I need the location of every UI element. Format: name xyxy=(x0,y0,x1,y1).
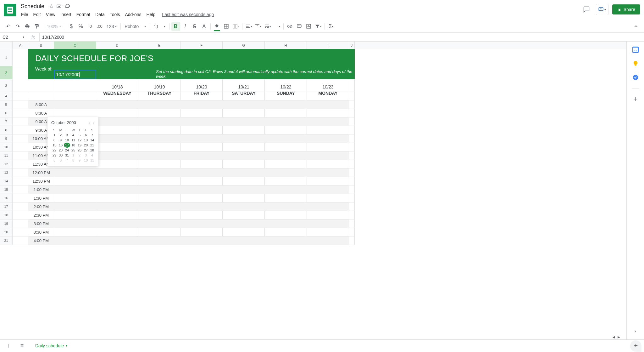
datepicker-day[interactable]: 7 xyxy=(89,133,95,138)
menu-tools[interactable]: Tools xyxy=(108,11,122,18)
cell[interactable] xyxy=(349,100,355,109)
column-header[interactable]: J xyxy=(349,42,355,49)
cell[interactable] xyxy=(13,79,28,92)
merge-button[interactable]: ▾ xyxy=(231,22,240,31)
datepicker-day[interactable]: 9 xyxy=(76,158,83,163)
datepicker-day[interactable]: 10 xyxy=(64,138,70,143)
datepicker-day[interactable]: 12 xyxy=(76,138,83,143)
cell[interactable] xyxy=(13,194,28,202)
cell[interactable] xyxy=(13,168,28,177)
cell[interactable] xyxy=(349,109,355,117)
cell[interactable] xyxy=(349,79,355,92)
scroll-left-icon[interactable]: ◀ xyxy=(611,334,616,339)
row-header[interactable]: 1 xyxy=(0,49,13,66)
datepicker-day[interactable]: 11 xyxy=(70,138,76,143)
bold-button[interactable]: B xyxy=(171,22,180,31)
zoom-select[interactable]: 100%▾ xyxy=(45,24,63,29)
datepicker-day[interactable]: 2 xyxy=(58,133,64,138)
spreadsheet-grid[interactable]: ABCDEFGHIJ 12345678910111213141516171819… xyxy=(0,42,626,339)
row-header[interactable]: 20 xyxy=(0,228,13,236)
sheets-logo[interactable] xyxy=(4,4,16,16)
last-edit-link[interactable]: Last edit was seconds ago xyxy=(162,12,214,17)
select-all-corner[interactable] xyxy=(0,42,13,49)
functions-button[interactable]: Σ▾ xyxy=(327,22,336,31)
cell[interactable] xyxy=(349,177,355,185)
menu-insert[interactable]: Insert xyxy=(58,11,74,18)
rotate-text-button[interactable]: ▾ xyxy=(273,22,281,31)
datepicker-day[interactable]: 28 xyxy=(89,148,95,153)
calendar-addon-icon[interactable]: 31 xyxy=(632,47,639,53)
currency-button[interactable]: $ xyxy=(67,22,76,31)
datepicker-day[interactable]: 3 xyxy=(83,153,89,158)
datepicker-day[interactable]: 7 xyxy=(64,158,70,163)
cell[interactable] xyxy=(349,228,355,236)
share-button[interactable]: Share xyxy=(612,4,640,14)
row-header[interactable]: 15 xyxy=(0,185,13,194)
halign-button[interactable]: ▾ xyxy=(244,22,253,31)
formula-input[interactable] xyxy=(40,35,644,40)
row-header[interactable]: 18 xyxy=(0,211,13,219)
column-header[interactable]: D xyxy=(96,42,138,49)
cell[interactable] xyxy=(13,117,28,126)
row-header[interactable]: 5 xyxy=(0,100,13,109)
present-button[interactable]: ▾ xyxy=(596,4,608,15)
column-header[interactable]: I xyxy=(307,42,349,49)
row-header[interactable]: 13 xyxy=(0,168,13,177)
cell[interactable] xyxy=(349,194,355,202)
star-icon[interactable]: ☆ xyxy=(49,3,54,10)
datepicker-day[interactable]: 20 xyxy=(83,143,89,148)
row-header[interactable]: 12 xyxy=(0,160,13,168)
datepicker-day[interactable]: 8 xyxy=(70,158,76,163)
active-cell[interactable]: 10/17/2000 xyxy=(54,70,96,79)
cell[interactable] xyxy=(13,160,28,168)
cell[interactable] xyxy=(349,160,355,168)
cell[interactable] xyxy=(349,211,355,219)
cell[interactable] xyxy=(13,185,28,194)
comments-button[interactable] xyxy=(581,4,592,15)
datepicker-day[interactable]: 11 xyxy=(89,158,95,163)
horizontal-scrollbar[interactable]: ◀ ▶ xyxy=(13,334,621,339)
sheet-tab[interactable]: Daily schedule▾ xyxy=(30,341,72,351)
datepicker-day[interactable]: 26 xyxy=(76,148,83,153)
all-sheets-button[interactable]: ≡ xyxy=(16,340,28,352)
cell[interactable] xyxy=(13,134,28,143)
datepicker-day[interactable]: 14 xyxy=(89,138,95,143)
cell[interactable] xyxy=(13,100,28,109)
strikethrough-button[interactable]: S xyxy=(190,22,199,31)
datepicker-day[interactable]: 8 xyxy=(51,138,58,143)
cell[interactable] xyxy=(13,66,28,79)
row-header[interactable]: 9 xyxy=(0,134,13,143)
row-header[interactable]: 10 xyxy=(0,143,13,151)
datepicker-day[interactable]: 5 xyxy=(51,158,58,163)
cell[interactable] xyxy=(349,117,355,126)
fill-color-button[interactable] xyxy=(213,22,221,31)
cell[interactable] xyxy=(13,219,28,228)
datepicker-day[interactable]: 29 xyxy=(51,153,58,158)
datepicker-day[interactable]: 2 xyxy=(76,153,83,158)
column-header[interactable]: B xyxy=(28,42,54,49)
row-header[interactable]: 11 xyxy=(0,151,13,160)
cell[interactable] xyxy=(13,126,28,134)
datepicker-day[interactable]: 13 xyxy=(83,138,89,143)
cell[interactable] xyxy=(349,185,355,194)
decrease-decimal-button[interactable]: .0 xyxy=(86,22,95,31)
datepicker-day[interactable]: 16 xyxy=(58,143,64,148)
datepicker-day[interactable]: 24 xyxy=(64,148,70,153)
datepicker-day[interactable]: 18 xyxy=(70,143,76,148)
datepicker-day[interactable]: 4 xyxy=(70,133,76,138)
row-header[interactable]: 7 xyxy=(0,117,13,126)
name-box[interactable]: C2▾ xyxy=(0,35,27,40)
increase-decimal-button[interactable]: .00 xyxy=(95,22,104,31)
undo-button[interactable]: ↶ xyxy=(4,22,13,31)
datepicker-day[interactable]: 21 xyxy=(89,143,95,148)
cell[interactable] xyxy=(13,143,28,151)
hide-side-panel-button[interactable]: › xyxy=(632,328,639,334)
tasks-addon-icon[interactable] xyxy=(632,74,639,81)
print-button[interactable] xyxy=(23,22,31,31)
row-header[interactable]: 8 xyxy=(0,126,13,134)
cell[interactable] xyxy=(349,134,355,143)
cell[interactable] xyxy=(13,211,28,219)
row-header[interactable]: 17 xyxy=(0,202,13,211)
filter-button[interactable]: ▾ xyxy=(314,22,323,31)
doc-title[interactable]: Schedule xyxy=(19,3,46,10)
